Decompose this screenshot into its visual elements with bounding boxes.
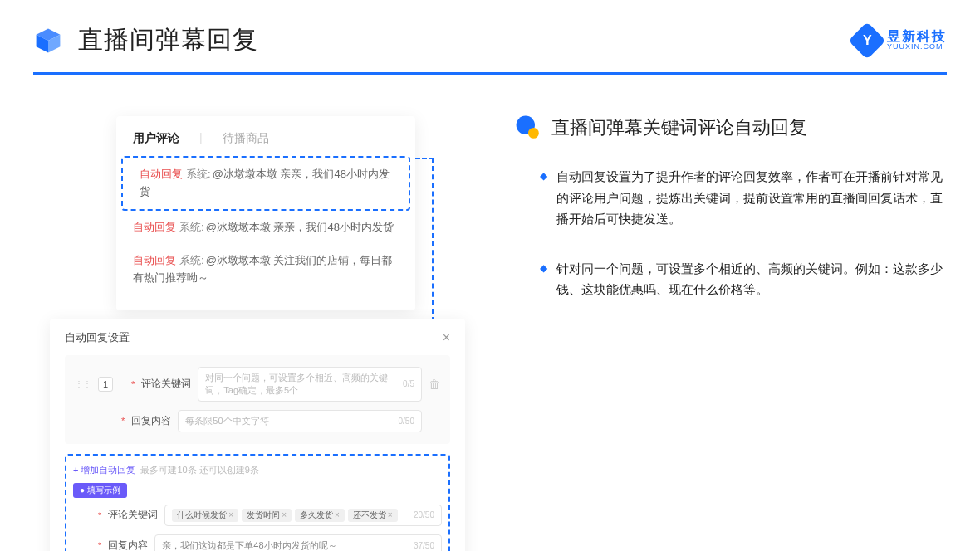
drag-icon[interactable]: ⋮⋮ (75, 379, 91, 388)
keyword-chip[interactable]: 发货时间× (242, 509, 292, 522)
comments-tabs: 用户评论 | 待播商品 (116, 131, 415, 156)
brand-url: YUUXIN.COM (887, 43, 947, 51)
keyword-chip[interactable]: 多久发货× (295, 509, 345, 522)
description-column: 直播间弹幕关键词评论自动回复 自动回复设置为了提升作者的评论回复效率，作者可在开… (515, 108, 947, 551)
header-left: 直播间弹幕回复 (33, 23, 258, 57)
example-content-label: 回复内容 (108, 539, 148, 551)
brand-icon: Y (848, 22, 885, 59)
auto-reply-tag: 自动回复 (140, 168, 183, 180)
tab-pending-products[interactable]: 待播商品 (223, 131, 269, 146)
connector-line (415, 158, 434, 159)
screenshot-column: 用户评论 | 待播商品 自动回复系统:@冰墩墩本墩 亲亲，我们48小时内发货 自… (50, 108, 465, 551)
delete-icon[interactable]: 🗑 (429, 378, 440, 391)
auto-reply-tag: 自动回复 (133, 221, 176, 233)
bullet-item: 自动回复设置为了提升作者的评论回复效率，作者可在开播前针对常见的评论用户问题，提… (540, 166, 947, 230)
section-title: 直播间弹幕关键词评论自动回复 (551, 115, 807, 140)
comments-panel: 用户评论 | 待播商品 自动回复系统:@冰墩墩本墩 亲亲，我们48小时内发货 自… (116, 116, 415, 310)
content-input[interactable]: 每条限50个中文字符 0/50 (178, 410, 422, 432)
svg-point-4 (528, 128, 539, 139)
auto-reply-tag: 自动回复 (133, 254, 176, 266)
chat-bubble-icon (515, 115, 541, 141)
auto-reply-settings-panel: 自动回复设置 × ⋮⋮ 1 * 评论关键词 对同一个问题，可设置多个相近、高频的… (50, 319, 465, 551)
example-content-input[interactable]: 亲，我们这边都是下单48小时内发货的呢～ 37/50 (154, 534, 442, 551)
content-label: 回复内容 (131, 414, 171, 428)
example-badge: ● 填写示例 (73, 483, 127, 498)
brand-logo: Y 昱新科技 YUUXIN.COM (854, 27, 947, 54)
add-hint: 最多可建10条 还可以创建9条 (140, 464, 258, 476)
cube-icon (33, 26, 63, 56)
keyword-label: 评论关键词 (141, 377, 191, 391)
keyword-chip[interactable]: 什么时候发货× (172, 509, 238, 522)
example-keyword-input[interactable]: 什么时候发货×发货时间×多久发货×还不发货× 20/50 (164, 505, 442, 526)
keyword-chip[interactable]: 还不发货× (348, 509, 398, 522)
example-block: + 增加自动回复 最多可建10条 还可以创建9条 ● 填写示例 * 评论关键词 … (65, 454, 450, 551)
header: 直播间弹幕回复 Y 昱新科技 YUUXIN.COM (0, 0, 980, 57)
comment-row: 自动回复系统:@冰墩墩本墩 亲亲，我们48小时内发货 (116, 211, 415, 245)
index-badge: 1 (98, 377, 113, 392)
bullet-item: 针对同一个问题，可设置多个相近的、高频的关键词。例如：这款多少钱、这块能优惠吗、… (540, 258, 947, 300)
example-keyword-label: 评论关键词 (108, 508, 158, 522)
page-title: 直播间弹幕回复 (78, 23, 258, 57)
tab-user-comments[interactable]: 用户评论 (133, 131, 179, 146)
close-icon[interactable]: × (443, 330, 450, 345)
add-auto-reply-link[interactable]: + 增加自动回复 (73, 464, 135, 476)
keyword-input[interactable]: 对同一个问题，可设置多个相近、高频的关键词，Tag确定，最多5个 0/5 (198, 367, 422, 402)
comment-row: 自动回复系统:@冰墩墩本墩 关注我们的店铺，每日都有热门推荐呦～ (116, 244, 415, 295)
settings-form: ⋮⋮ 1 * 评论关键词 对同一个问题，可设置多个相近、高频的关键词，Tag确定… (65, 355, 450, 444)
comment-row-highlighted: 自动回复系统:@冰墩墩本墩 亲亲，我们48小时内发货 (121, 156, 410, 211)
settings-title: 自动回复设置 (65, 330, 130, 345)
brand-name: 昱新科技 (887, 29, 947, 44)
